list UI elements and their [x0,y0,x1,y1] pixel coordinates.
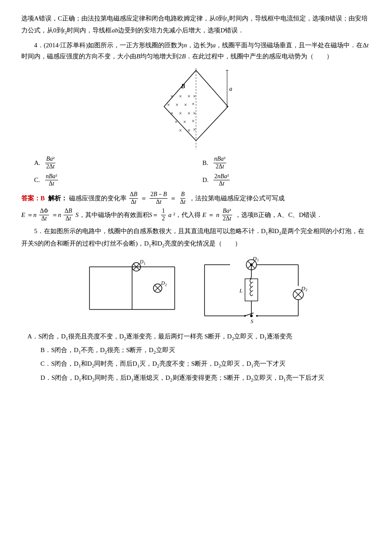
svg-text:×: × [179,110,182,116]
q4-E-label: E [21,208,25,221]
svg-text:1: 1 [257,258,259,262]
q5-circuit-svg2: D 1 D 2 [187,254,315,327]
q4-eq4: ＝n [52,208,61,221]
svg-text:S: S [251,318,254,324]
q4-eq2: ＝ [170,192,176,205]
svg-text:×: × [192,118,195,124]
q5-title: 5．在如图所示的电路中，线圈中的自感系数很大，且其直流电阻可以忽略不计．D1和D… [21,225,371,250]
q4-frac4: ΔΦ Δt [39,208,49,223]
svg-text:D: D [252,255,257,262]
q4-frac3: B Δt [179,191,186,206]
svg-point-67 [250,315,253,317]
svg-text:D: D [301,285,306,292]
q4-answer-label: 答案：B [21,192,46,205]
svg-text:×: × [192,101,195,107]
svg-rect-63 [245,279,258,301]
svg-text:×: × [187,110,190,116]
q4-title: 4．(2014·江苏单科)如图所示，一正方形线圈的匝数为n，边长为a，线圈平面与… [21,40,371,62]
q4-option-d-frac: 2nBa² Δt [213,173,230,188]
svg-text:×: × [193,127,196,133]
svg-point-66 [250,263,253,266]
q4-option-a-frac: Ba² 2Δt [45,156,55,171]
q4-analysis-text1: 磁感应强度的变化率 [69,192,127,205]
svg-text:2: 2 [165,283,167,287]
q4-answer-section: 答案：B 解析： 磁感应强度的变化率 ΔB Δt ＝ 2B－B Δt ＝ B Δ… [21,191,371,222]
svg-text:1: 1 [144,261,146,266]
q4-option-a: A. Ba² 2Δt [34,156,202,171]
main-content: 选项A错误，C正确；由法拉第电磁感应定律和闭合电路欧姆定律，从0到t1时间内，导… [21,13,371,384]
q5-option-d: D．S闭合，D1和D2同时亮，后D1逐渐熄灭，D2则逐渐变得更亮；S断开，D2立… [21,372,371,384]
q5-circuit-svg: D 1 D 2 [77,254,187,322]
svg-text:L: L [239,287,242,294]
q4-frac5: ΔB Δt [63,208,73,223]
q4-frac7: Ba² 2Δt [222,208,232,223]
svg-text:×: × [176,102,179,108]
q4-options: A. Ba² 2Δt B. nBa² 2Δt C. nBa² Δt D. 2nB… [34,156,371,188]
svg-text:2: 2 [306,288,308,292]
q5-options: A．S闭合，D1很亮且亮度不变，D2逐渐变亮，最后两灯一样亮 S断开，D2立即灭… [21,331,371,384]
svg-text:×: × [167,102,170,108]
q4-option-d-label: D. [202,175,210,186]
q4-option-b: B. nBa² 2Δt [202,156,371,171]
q4-eq1: ＝ [141,192,147,205]
q4-option-c-frac: nBa² Δt [45,173,58,188]
q5-option-b: B．S闭合，D1不亮，D2很亮；S断开，D2立即灭 [21,344,371,356]
q4-analysis-text2: ，法拉第电磁感应定律公式可写成 [189,192,285,205]
q4-option-a-label: A. [34,158,42,169]
svg-text:a: a [229,86,232,92]
q4-frac1: ΔB Δt [129,191,138,206]
q4-answer-line1: 答案：B 解析： 磁感应强度的变化率 ΔB Δt ＝ 2B－B Δt ＝ B Δ… [21,191,371,206]
q4-conclusion: ，选项B正确，A、C、D错误． [235,208,323,221]
q4-option-c-label: C. [34,175,42,186]
q5-option-c: C．S闭合，D1和D2同时亮，而后D1灭，D2亮度不变；S断开，D2立即灭，D1… [21,358,371,370]
q4-answer-line2: E ＝n ΔΦ Δt ＝n ΔB Δt S，其中磁场中的有效面积S＝ 1 2 a… [21,208,371,223]
q4-option-d: D. 2nBa² Δt [202,173,371,188]
svg-point-58 [244,315,246,317]
q4-diagram: B × × × × × × × × × × × × × × × × × × [21,66,371,151]
q4-eq3: ＝n [27,208,37,221]
q4-diagram-svg: B × × × × × × × × × × × × × × × × × × [149,66,243,151]
svg-text:×: × [193,110,196,116]
q5-circuit-diagram: D 1 D 2 [21,254,371,327]
q4-a2: a [168,208,172,221]
svg-text:D: D [161,280,165,286]
q4-frac6: 1 2 [161,208,166,223]
svg-text:×: × [187,93,190,99]
q4-option-b-frac: nBa² 2Δt [213,156,227,171]
q4-frac2: 2B－B Δt [150,191,167,206]
svg-text:×: × [175,119,178,125]
q4-S-text: S，其中磁场中的有效面积S＝ [75,208,159,221]
svg-text:×: × [179,93,182,99]
q4-analysis-label: 解析： [48,192,67,205]
svg-text:×: × [184,102,187,108]
svg-text:×: × [187,127,190,133]
svg-text:×: × [179,127,182,133]
svg-text:×: × [193,93,196,99]
svg-text:×: × [183,119,186,125]
q4-option-b-label: B. [202,158,210,169]
q4-option-c: C. nBa² Δt [34,173,202,188]
svg-text:B: B [181,83,185,90]
svg-text:×: × [170,110,173,116]
q5-option-a: A．S闭合，D1很亮且亮度不变，D2逐渐变亮，最后两灯一样亮 S断开，D2立即灭… [21,331,371,343]
svg-text:D: D [139,259,144,265]
intro-paragraph: 选项A错误，C正确；由法拉第电磁感应定律和闭合电路欧姆定律，从0到t1时间内，导… [21,13,371,37]
svg-text:×: × [170,93,173,99]
